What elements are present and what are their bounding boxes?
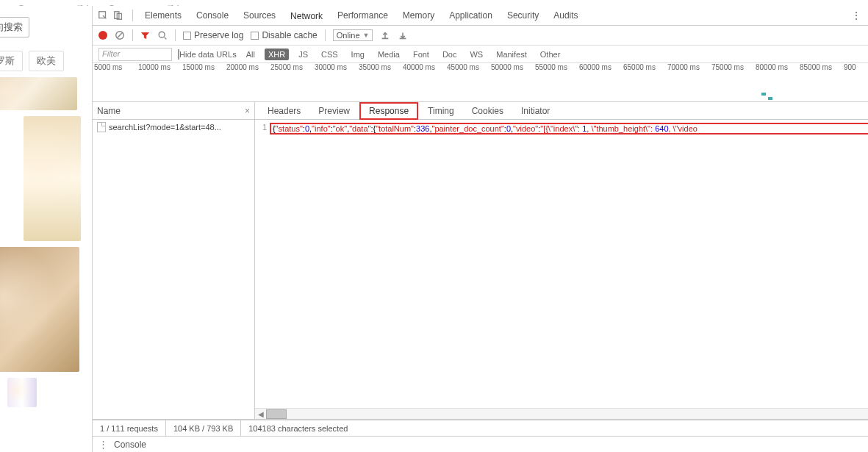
filter-all[interactable]: All — [243, 49, 259, 60]
status-transfer: 104 KB / 793 KB — [166, 420, 241, 436]
preserve-log-checkbox[interactable]: Preserve log — [183, 30, 243, 40]
throttle-select[interactable]: Online▼ — [333, 29, 373, 41]
detail-tab-headers[interactable]: Headers — [259, 104, 309, 118]
timeline-tick: 5000 ms — [94, 63, 138, 76]
timeline-tick: 65000 ms — [623, 63, 667, 76]
search-button[interactable]: 句搜索 — [0, 17, 29, 37]
detail-tab-cookies[interactable]: Cookies — [464, 104, 512, 118]
filter-manifest[interactable]: Manifest — [492, 49, 531, 60]
timeline-tick: 20000 ms — [226, 63, 270, 76]
thumbnail-image[interactable] — [0, 247, 79, 372]
request-row[interactable]: searchList?mode=1&start=48... — [93, 120, 254, 134]
browser-tab[interactable]: CultureCloud后台 — [11, 0, 98, 6]
tab-audits[interactable]: Audits — [546, 6, 585, 26]
tab-performance[interactable]: Performance — [330, 6, 395, 26]
disable-cache-checkbox[interactable]: Disable cache — [251, 30, 317, 40]
timeline-tick: 75000 ms — [711, 63, 756, 76]
timeline-tick: 45000 ms — [447, 63, 491, 76]
filter-input[interactable]: Filter — [98, 48, 172, 61]
timeline-tick: 30000 ms — [315, 63, 359, 76]
svg-line-6 — [165, 37, 167, 40]
record-icon[interactable] — [98, 31, 107, 40]
line-number: 1 — [259, 123, 270, 134]
status-bar: 1 / 111 requests 104 KB / 793 KB 104183 … — [93, 420, 868, 436]
timeline-tick: 80000 ms — [756, 63, 800, 76]
console-drawer-label[interactable]: Console — [114, 440, 146, 450]
category-western[interactable]: 欧美 — [29, 51, 64, 71]
download-icon[interactable] — [398, 30, 408, 40]
tab-sources[interactable]: Sources — [236, 6, 283, 26]
detail-tab-response[interactable]: Response — [359, 102, 418, 120]
divider — [132, 10, 133, 21]
timeline-tick: 15000 ms — [182, 63, 226, 76]
detail-tab-preview[interactable]: Preview — [310, 104, 358, 118]
filter-img[interactable]: Img — [348, 49, 368, 60]
timeline-mark — [761, 93, 766, 96]
request-list: Name× searchList?mode=1&start=48... — [93, 102, 255, 419]
status-requests: 1 / 111 requests — [93, 420, 166, 436]
svg-point-5 — [159, 32, 165, 37]
divider — [175, 29, 176, 41]
detail-pane: Headers Preview Response Timing Cookies … — [255, 102, 868, 419]
timeline-tick: 25000 ms — [270, 63, 315, 76]
thumbnail-image[interactable] — [7, 378, 37, 407]
filter-font[interactable]: Font — [409, 49, 433, 60]
name-header: Name — [97, 106, 121, 116]
timeline-tick: 10000 ms — [138, 63, 182, 76]
timeline-tick: 60000 ms — [579, 63, 623, 76]
inspect-icon[interactable] — [97, 10, 108, 21]
image-gallery: 句搜索 俄罗斯 欧美 — [0, 6, 92, 452]
timeline-tick: 900 — [844, 63, 868, 76]
tab-elements[interactable]: Elements — [137, 6, 189, 26]
filter-js[interactable]: JS — [295, 49, 312, 60]
response-json[interactable]: {"status":0,"info":"ok","data":{"totalNu… — [270, 123, 868, 134]
filter-doc[interactable]: Doc — [439, 49, 461, 60]
scroll-thumb[interactable] — [266, 409, 287, 419]
thumbnail-image[interactable] — [0, 77, 77, 110]
request-name: searchList?mode=1&start=48... — [109, 123, 221, 132]
tab-memory[interactable]: Memory — [395, 6, 442, 26]
upload-icon[interactable] — [380, 30, 390, 40]
device-toggle-icon[interactable] — [112, 10, 123, 21]
timeline-tick: 55000 ms — [535, 63, 579, 76]
timeline-tick: 70000 ms — [667, 63, 711, 76]
more-options-icon[interactable]: ⋮ — [847, 10, 866, 21]
tab-security[interactable]: Security — [500, 6, 546, 26]
detail-tab-timing[interactable]: Timing — [420, 104, 462, 118]
hide-data-urls-checkbox[interactable]: Hide data URLs — [178, 50, 237, 59]
scroll-left-icon[interactable]: ◀ — [255, 410, 266, 418]
filter-css[interactable]: CSS — [318, 49, 342, 60]
horizontal-scrollbar[interactable]: ◀ ▶ — [255, 408, 868, 419]
filter-xhr[interactable]: XHR — [265, 49, 289, 60]
timeline-tick: 85000 ms — [800, 63, 844, 76]
console-menu-icon[interactable]: ⋮ — [98, 439, 108, 450]
tab-console[interactable]: Console — [189, 6, 236, 26]
timeline-tick: 35000 ms — [359, 63, 403, 76]
tab-application[interactable]: Application — [442, 6, 500, 26]
close-detail-icon[interactable]: × — [245, 106, 250, 116]
filter-media[interactable]: Media — [374, 49, 403, 60]
detail-tab-initiator[interactable]: Initiator — [513, 104, 558, 118]
timeline[interactable]: 5000 ms 10000 ms 15000 ms 20000 ms 25000… — [93, 63, 868, 102]
filter-icon[interactable] — [140, 31, 150, 40]
filter-ws[interactable]: WS — [466, 49, 487, 60]
timeline-tick: 50000 ms — [491, 63, 535, 76]
timeline-mark — [768, 97, 772, 100]
category-russia[interactable]: 俄罗斯 — [0, 51, 23, 71]
divider — [132, 29, 133, 41]
timeline-tick: 40000 ms — [403, 63, 447, 76]
devtools-panel: Elements Console Sources Network Perform… — [92, 6, 868, 452]
clear-icon[interactable] — [115, 30, 125, 40]
file-icon — [97, 122, 106, 132]
filter-other[interactable]: Other — [537, 49, 564, 60]
divider — [325, 29, 326, 41]
status-selection: 104183 characters selected — [241, 420, 355, 436]
search-icon[interactable] — [157, 30, 168, 40]
svg-line-4 — [118, 33, 123, 38]
response-body[interactable]: 1 {"status":0,"info":"ok","data":{"total… — [255, 120, 868, 419]
thumbnail-image[interactable] — [24, 116, 81, 241]
tab-network[interactable]: Network — [283, 6, 330, 26]
